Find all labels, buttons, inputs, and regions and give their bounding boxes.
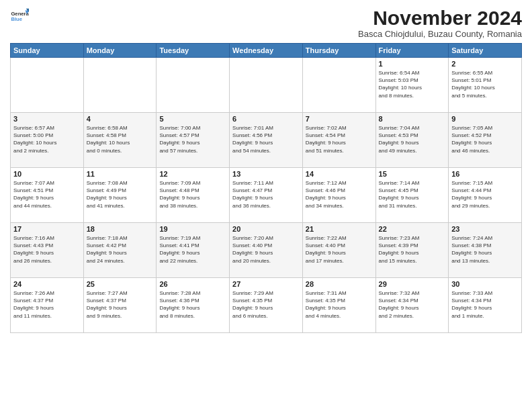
day-number: 10 [13,170,81,178]
day-number: 19 [159,225,226,233]
day-info: Sunrise: 7:31 AM Sunset: 4:35 PM Dayligh… [306,289,373,320]
calendar-cell: 18Sunrise: 7:18 AM Sunset: 4:42 PM Dayli… [83,223,157,278]
calendar-cell: 1Sunrise: 6:54 AM Sunset: 5:03 PM Daylig… [375,58,449,113]
calendar-cell: 5Sunrise: 7:00 AM Sunset: 4:57 PM Daylig… [157,113,230,168]
page-subtitle: Basca Chiojdului, Buzau County, Romania [358,29,522,39]
day-info: Sunrise: 6:57 AM Sunset: 5:00 PM Dayligh… [13,124,81,154]
day-info: Sunrise: 7:12 AM Sunset: 4:46 PM Dayligh… [306,179,373,210]
day-number: 6 [232,115,300,123]
weekday-header-sunday: Sunday [11,44,84,58]
day-info: Sunrise: 7:07 AM Sunset: 4:51 PM Dayligh… [13,179,81,210]
day-info: Sunrise: 7:33 AM Sunset: 4:34 PM Dayligh… [451,289,519,320]
calendar-week-row: 24Sunrise: 7:26 AM Sunset: 4:37 PM Dayli… [11,278,522,333]
day-info: Sunrise: 7:15 AM Sunset: 4:44 PM Dayligh… [451,179,519,210]
day-info: Sunrise: 7:09 AM Sunset: 4:48 PM Dayligh… [159,179,226,210]
calendar-cell: 8Sunrise: 7:04 AM Sunset: 4:53 PM Daylig… [375,113,449,168]
day-info: Sunrise: 7:29 AM Sunset: 4:35 PM Dayligh… [232,289,300,320]
calendar-cell: 28Sunrise: 7:31 AM Sunset: 4:35 PM Dayli… [302,278,375,333]
header: General Blue November 2024 Basca Chiojdu… [10,7,522,39]
day-number: 27 [232,280,300,288]
calendar-cell: 29Sunrise: 7:32 AM Sunset: 4:34 PM Dayli… [375,278,449,333]
day-info: Sunrise: 7:14 AM Sunset: 4:45 PM Dayligh… [379,179,446,210]
calendar-cell: 16Sunrise: 7:15 AM Sunset: 4:44 PM Dayli… [449,168,522,223]
calendar-week-row: 10Sunrise: 7:07 AM Sunset: 4:51 PM Dayli… [11,168,522,223]
weekday-header-monday: Monday [83,44,157,58]
day-number: 5 [159,115,226,123]
calendar-cell: 3Sunrise: 6:57 AM Sunset: 5:00 PM Daylig… [11,113,84,168]
day-info: Sunrise: 7:27 AM Sunset: 4:37 PM Dayligh… [87,289,154,320]
calendar-cell: 27Sunrise: 7:29 AM Sunset: 4:35 PM Dayli… [230,278,303,333]
day-info: Sunrise: 6:58 AM Sunset: 4:58 PM Dayligh… [87,124,154,154]
calendar-cell: 23Sunrise: 7:24 AM Sunset: 4:38 PM Dayli… [449,223,522,278]
calendar-cell: 14Sunrise: 7:12 AM Sunset: 4:46 PM Dayli… [302,168,375,223]
day-number: 7 [306,115,373,123]
day-number: 24 [13,280,81,288]
calendar-cell: 19Sunrise: 7:19 AM Sunset: 4:41 PM Dayli… [157,223,230,278]
calendar-cell [83,58,157,113]
day-number: 28 [306,280,373,288]
logo-icon: General Blue [10,7,29,26]
calendar-cell [302,58,375,113]
day-number: 11 [87,170,154,178]
day-info: Sunrise: 7:08 AM Sunset: 4:49 PM Dayligh… [87,179,154,210]
day-number: 15 [379,170,446,178]
calendar-cell: 10Sunrise: 7:07 AM Sunset: 4:51 PM Dayli… [11,168,84,223]
calendar-week-row: 1Sunrise: 6:54 AM Sunset: 5:03 PM Daylig… [11,58,522,113]
day-number: 13 [232,170,300,178]
page: General Blue November 2024 Basca Chiojdu… [0,0,532,411]
weekday-header-saturday: Saturday [449,44,522,58]
calendar-cell: 30Sunrise: 7:33 AM Sunset: 4:34 PM Dayli… [449,278,522,333]
day-number: 18 [87,225,154,233]
day-number: 29 [379,280,446,288]
calendar-cell: 26Sunrise: 7:28 AM Sunset: 4:36 PM Dayli… [157,278,230,333]
day-info: Sunrise: 7:16 AM Sunset: 4:43 PM Dayligh… [13,234,81,265]
day-number: 22 [379,225,446,233]
calendar-table: SundayMondayTuesdayWednesdayThursdayFrid… [10,43,522,333]
day-number: 1 [379,60,446,68]
title-block: November 2024 Basca Chiojdului, Buzau Co… [358,7,522,39]
calendar-cell: 12Sunrise: 7:09 AM Sunset: 4:48 PM Dayli… [157,168,230,223]
day-number: 17 [13,225,81,233]
calendar-cell: 9Sunrise: 7:05 AM Sunset: 4:52 PM Daylig… [449,113,522,168]
calendar-week-row: 3Sunrise: 6:57 AM Sunset: 5:00 PM Daylig… [11,113,522,168]
day-info: Sunrise: 7:32 AM Sunset: 4:34 PM Dayligh… [379,289,446,320]
day-number: 16 [451,170,519,178]
day-info: Sunrise: 7:26 AM Sunset: 4:37 PM Dayligh… [13,289,81,320]
weekday-header-wednesday: Wednesday [230,44,303,58]
day-number: 21 [306,225,373,233]
day-info: Sunrise: 7:18 AM Sunset: 4:42 PM Dayligh… [87,234,154,265]
calendar-cell: 25Sunrise: 7:27 AM Sunset: 4:37 PM Dayli… [83,278,157,333]
page-title: November 2024 [358,7,522,29]
calendar-cell: 13Sunrise: 7:11 AM Sunset: 4:47 PM Dayli… [230,168,303,223]
day-number: 4 [87,115,154,123]
calendar-cell: 4Sunrise: 6:58 AM Sunset: 4:58 PM Daylig… [83,113,157,168]
day-number: 3 [13,115,81,123]
day-info: Sunrise: 7:24 AM Sunset: 4:38 PM Dayligh… [451,234,519,265]
day-info: Sunrise: 7:00 AM Sunset: 4:57 PM Dayligh… [159,124,226,154]
calendar-week-row: 17Sunrise: 7:16 AM Sunset: 4:43 PM Dayli… [11,223,522,278]
day-info: Sunrise: 7:19 AM Sunset: 4:41 PM Dayligh… [159,234,226,265]
day-number: 25 [87,280,154,288]
day-info: Sunrise: 7:02 AM Sunset: 4:54 PM Dayligh… [306,124,373,154]
calendar-cell: 20Sunrise: 7:20 AM Sunset: 4:40 PM Dayli… [230,223,303,278]
weekday-header-row: SundayMondayTuesdayWednesdayThursdayFrid… [11,44,522,58]
weekday-header-friday: Friday [375,44,449,58]
day-info: Sunrise: 7:05 AM Sunset: 4:52 PM Dayligh… [451,124,519,154]
weekday-header-thursday: Thursday [302,44,375,58]
logo: General Blue [10,7,29,26]
calendar-cell: 21Sunrise: 7:22 AM Sunset: 4:40 PM Dayli… [302,223,375,278]
day-number: 14 [306,170,373,178]
day-info: Sunrise: 7:22 AM Sunset: 4:40 PM Dayligh… [306,234,373,265]
calendar-cell: 15Sunrise: 7:14 AM Sunset: 4:45 PM Dayli… [375,168,449,223]
day-info: Sunrise: 7:23 AM Sunset: 4:39 PM Dayligh… [379,234,446,265]
day-number: 26 [159,280,226,288]
day-number: 2 [451,60,519,68]
calendar-cell: 24Sunrise: 7:26 AM Sunset: 4:37 PM Dayli… [11,278,84,333]
calendar-cell [230,58,303,113]
day-info: Sunrise: 6:54 AM Sunset: 5:03 PM Dayligh… [379,69,446,99]
calendar-cell: 7Sunrise: 7:02 AM Sunset: 4:54 PM Daylig… [302,113,375,168]
calendar-cell: 2Sunrise: 6:55 AM Sunset: 5:01 PM Daylig… [449,58,522,113]
calendar-cell [11,58,84,113]
day-info: Sunrise: 7:04 AM Sunset: 4:53 PM Dayligh… [379,124,446,154]
day-number: 12 [159,170,226,178]
